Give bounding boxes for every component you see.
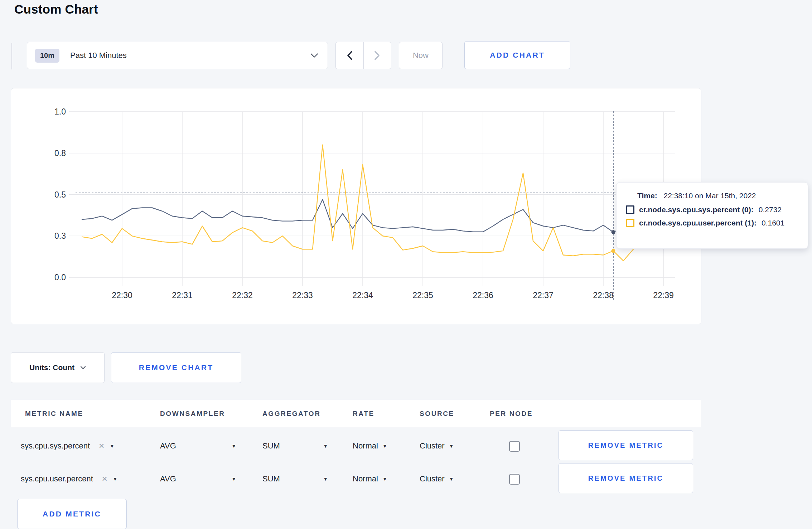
downsampler-value: AVG — [160, 474, 176, 484]
caret-down-icon: ▼ — [231, 443, 236, 449]
downsampler-select[interactable]: AVG ▼ — [160, 463, 236, 495]
downsampler-value: AVG — [160, 441, 176, 451]
prev-time-button[interactable] — [336, 42, 364, 69]
chart-tooltip: Time: 22:38:10 on Mar 15th, 2022 cr.node… — [616, 182, 808, 249]
caret-down-icon: ▼ — [113, 476, 118, 482]
chevron-right-icon — [374, 50, 380, 60]
tooltip-series-row: cr.node.sys.cpu.user.percent (1): 0.1601 — [626, 219, 808, 227]
aggregator-select[interactable]: SUM ▼ — [262, 430, 328, 462]
add-metric-button[interactable]: ADD METRIC — [17, 499, 127, 529]
y-tick-label: 0.5 — [54, 190, 66, 199]
caret-down-icon: ▼ — [110, 443, 115, 449]
source-select[interactable]: Cluster ▼ — [420, 430, 454, 462]
x-tick-label: 22:34 — [352, 291, 373, 300]
time-range-label: Past 10 Minutes — [70, 51, 127, 60]
rate-select[interactable]: Normal ▼ — [353, 430, 387, 462]
metric-name-select[interactable]: sys.cpu.user.percent ✕ ▼ — [21, 463, 117, 495]
x-tick-label: 22:37 — [533, 291, 554, 300]
downsampler-select[interactable]: AVG ▼ — [160, 430, 236, 462]
page-title: Custom Chart — [14, 2, 98, 16]
y-tick-label: 1.0 — [54, 107, 66, 116]
tooltip-time-value: 22:38:10 on Mar 15th, 2022 — [663, 191, 756, 200]
toolbar-divider — [11, 43, 12, 69]
crosshair-point — [612, 230, 615, 234]
aggregator-value: SUM — [262, 474, 280, 484]
caret-down-icon: ▼ — [382, 443, 387, 449]
y-tick-label: 0.3 — [54, 231, 66, 241]
tooltip-time-row: Time: 22:38:10 on Mar 15th, 2022 — [637, 191, 808, 200]
caret-down-icon: ▼ — [449, 443, 454, 449]
rate-value: Normal — [353, 474, 378, 484]
metric-name-select[interactable]: sys.cpu.sys.percent ✕ ▼ — [21, 430, 115, 462]
remove-chart-button[interactable]: REMOVE CHART — [111, 352, 241, 383]
header-per-node: PER NODE — [490, 410, 533, 418]
x-tick-label: 22:38 — [593, 291, 614, 300]
tooltip-series-value: 0.2732 — [759, 205, 782, 214]
metrics-table-header: METRIC NAME DOWNSAMPLER AGGREGATOR RATE … — [11, 400, 701, 427]
tooltip-series-value: 0.1601 — [762, 219, 784, 227]
metric-row: sys.cpu.user.percent ✕ ▼ AVG ▼ SUM ▼ Nor… — [11, 463, 701, 495]
caret-down-icon: ▼ — [382, 476, 387, 482]
x-tick-label: 22:39 — [653, 291, 674, 300]
now-button[interactable]: Now — [399, 42, 443, 69]
source-select[interactable]: Cluster ▼ — [420, 463, 454, 495]
remove-metric-button[interactable]: REMOVE METRIC — [559, 463, 693, 493]
aggregator-value: SUM — [262, 441, 280, 451]
units-label: Units: Count — [29, 363, 74, 372]
time-range-badge: 10m — [35, 49, 59, 63]
header-metric-name: METRIC NAME — [25, 410, 83, 418]
x-tick-label: 22:33 — [292, 291, 313, 300]
y-tick-label: 0.0 — [54, 273, 66, 282]
header-rate: RATE — [353, 410, 374, 418]
chevron-left-icon — [347, 50, 353, 60]
x-tick-label: 22:30 — [112, 291, 132, 300]
user-percent-swatch-icon — [626, 219, 634, 227]
x-tick-label: 22:35 — [412, 291, 433, 300]
custom-chart-page: Custom Chart 10m Past 10 Minutes Now ADD… — [0, 0, 812, 529]
tooltip-series-label: cr.node.sys.cpu.user.percent (1): — [639, 219, 757, 227]
header-downsampler: DOWNSAMPLER — [160, 410, 225, 418]
caret-down-icon: ▼ — [323, 443, 328, 449]
header-aggregator: AGGREGATOR — [262, 410, 321, 418]
tooltip-series-label: cr.node.sys.cpu.sys.percent (0): — [639, 205, 754, 214]
caret-down-icon: ▼ — [323, 476, 328, 482]
rate-value: Normal — [353, 441, 378, 451]
y-tick-label: 0.8 — [54, 149, 66, 158]
time-nav-group — [335, 42, 391, 69]
aggregator-select[interactable]: SUM ▼ — [262, 463, 328, 495]
per-node-checkbox[interactable] — [509, 474, 520, 485]
header-source: SOURCE — [420, 410, 454, 418]
chart-card: 0.00.30.50.81.022:3022:3122:3222:3322:34… — [11, 88, 701, 324]
time-range-dropdown[interactable]: 10m Past 10 Minutes — [27, 42, 328, 69]
metric-row: sys.cpu.sys.percent ✕ ▼ AVG ▼ SUM ▼ Norm… — [11, 430, 701, 462]
crosshair-point — [612, 249, 615, 253]
series-line — [82, 145, 673, 261]
tooltip-series-row: cr.node.sys.cpu.sys.percent (0): 0.2732 — [626, 205, 808, 214]
metric-name-value: sys.cpu.sys.percent — [21, 441, 90, 451]
per-node-checkbox[interactable] — [509, 441, 520, 452]
tooltip-time-label: Time: — [637, 191, 657, 200]
source-value: Cluster — [420, 441, 445, 451]
chevron-down-icon — [80, 366, 86, 369]
rate-select[interactable]: Normal ▼ — [353, 463, 387, 495]
add-chart-button[interactable]: ADD CHART — [464, 41, 570, 69]
sys-percent-swatch-icon — [626, 205, 634, 214]
metric-name-value: sys.cpu.user.percent — [21, 474, 93, 484]
chevron-down-icon — [310, 53, 318, 58]
clear-metric-icon[interactable]: ✕ — [102, 475, 108, 483]
next-time-button[interactable] — [364, 42, 391, 69]
caret-down-icon: ▼ — [449, 476, 454, 482]
x-tick-label: 22:36 — [473, 291, 493, 300]
x-tick-label: 22:32 — [232, 291, 253, 300]
x-tick-label: 22:31 — [172, 291, 193, 300]
units-dropdown[interactable]: Units: Count — [11, 352, 105, 383]
caret-down-icon: ▼ — [231, 476, 236, 482]
remove-metric-button[interactable]: REMOVE METRIC — [559, 430, 693, 460]
line-chart[interactable]: 0.00.30.50.81.022:3022:3122:3222:3322:34… — [11, 88, 701, 324]
series-line — [82, 199, 673, 232]
clear-metric-icon[interactable]: ✕ — [98, 442, 105, 450]
source-value: Cluster — [420, 474, 445, 484]
